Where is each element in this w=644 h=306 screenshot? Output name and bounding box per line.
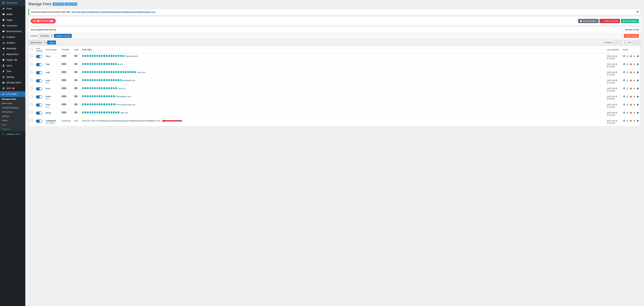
col-type[interactable]: Type — [73, 46, 80, 53]
video-tutorials-button[interactable]: Video Tutorials — [600, 19, 620, 23]
download-icon[interactable] — [633, 112, 636, 114]
import-feed-button[interactable]: Import Feed — [64, 3, 77, 6]
next-page-button[interactable]: › — [632, 41, 636, 44]
feed-name-link[interactable]: myfbfeed1 — [46, 120, 56, 122]
feed-url-suffix[interactable]: st-inventory-ads.xml — [117, 103, 135, 106]
feed-url-suffix[interactable]: fbfeednew1.xml — [116, 95, 131, 98]
new-feed-button[interactable]: New Feed — [52, 3, 64, 6]
copy-icon[interactable] — [636, 63, 639, 66]
apply-button[interactable]: Apply — [47, 41, 56, 45]
sidebar-item-comments[interactable]: Comments — [0, 23, 25, 29]
get-support-button[interactable]: Get Support — [621, 19, 639, 23]
view-icon[interactable] — [623, 71, 625, 74]
feed-name-link[interactable]: goog — [46, 112, 51, 114]
delete-icon[interactable] — [630, 79, 632, 82]
download-icon[interactable] — [633, 79, 636, 82]
bulk-actions-select[interactable]: Bulk Actions — [28, 41, 46, 45]
notice-dismiss-icon[interactable] — [636, 11, 639, 14]
feed-name-link[interactable]: cust — [46, 79, 50, 82]
view-icon[interactable] — [623, 87, 625, 90]
delete-icon[interactable] — [630, 112, 632, 114]
row-checkbox[interactable] — [30, 103, 33, 106]
collapse-menu[interactable]: Collapse menu — [0, 131, 25, 137]
view-icon[interactable] — [623, 55, 625, 58]
documentation-button[interactable]: Documentation — [578, 19, 598, 23]
view-icon[interactable] — [623, 112, 625, 114]
submenu-status[interactable]: Status — [0, 118, 25, 123]
sidebar-item-wpmailsmtp[interactable]: WP Mail SMTP — [0, 80, 25, 86]
submenu-make-feed[interactable]: Make Feed — [0, 101, 25, 106]
feed-url-suffix[interactable]: Facebook.xml — [125, 55, 138, 57]
view-icon[interactable] — [623, 120, 625, 122]
sidebar-item-products[interactable]: Products — [0, 34, 25, 40]
copy-icon[interactable] — [636, 55, 639, 58]
sidebar-item-settings[interactable]: Settings — [0, 74, 25, 80]
notice-feed-url-link[interactable]: http://157.230.43.163/free/wp-content/up… — [72, 11, 155, 13]
row-checkbox[interactable] — [30, 55, 33, 58]
row-checkbox[interactable] — [30, 87, 33, 90]
feed-url-suffix[interactable]: stom.xml — [137, 71, 145, 74]
sidebar-item-plugins[interactable]: Plugins 4 — [0, 57, 25, 63]
copy-icon[interactable] — [636, 120, 639, 122]
row-checkbox[interactable] — [30, 79, 33, 82]
sidebar-item-appearance[interactable]: Appearance — [0, 51, 25, 57]
download-icon[interactable] — [633, 103, 636, 106]
delete-icon[interactable] — [630, 103, 632, 106]
submenu-manage-feeds[interactable]: Manage Feeds — [0, 97, 25, 101]
regenerate-icon[interactable] — [626, 87, 629, 90]
download-icon[interactable] — [633, 63, 636, 66]
sidebar-item-pages[interactable]: Pages — [0, 17, 25, 23]
sidebar-item-analytics[interactable]: Analytics — [0, 40, 25, 46]
sidebar-item-media[interactable]: Media — [0, 12, 25, 17]
view-icon[interactable] — [623, 63, 625, 66]
copy-icon[interactable] — [636, 95, 639, 98]
copy-icon[interactable] — [636, 71, 639, 74]
sidebar-item-marketing[interactable]: Marketing — [0, 46, 25, 51]
col-action[interactable]: Action — [621, 46, 641, 53]
sidebar-item-users[interactable]: Users — [0, 63, 25, 68]
regenerate-icon[interactable] — [626, 55, 629, 58]
delete-icon[interactable] — [630, 120, 632, 122]
delete-icon[interactable] — [630, 71, 632, 74]
download-icon[interactable] — [633, 55, 636, 58]
regenerate-icon[interactable] — [626, 95, 629, 98]
sidebar-item-tools[interactable]: Tools — [0, 68, 25, 74]
feed-name-link[interactable]: FbFe — [46, 95, 51, 98]
row-checkbox[interactable] — [30, 63, 33, 66]
feed-name-link[interactable]: fb te — [46, 87, 50, 90]
auto-update-toggle[interactable] — [36, 103, 42, 107]
submenu-wp-options[interactable]: WP Options — [0, 110, 25, 114]
update-interval-button[interactable]: Update Interval — [54, 34, 72, 38]
row-checkbox[interactable] — [30, 112, 33, 114]
feed-url-suffix[interactable]: ogle.xml — [120, 112, 128, 114]
regenerate-icon[interactable] — [626, 71, 629, 74]
prev-page-button[interactable]: ‹ — [618, 41, 621, 44]
feed-name-link[interactable]: Face — [46, 55, 50, 57]
auto-update-toggle[interactable] — [36, 120, 42, 123]
view-icon[interactable] — [623, 103, 625, 106]
submenu-docs[interactable]: Docs — [0, 123, 25, 127]
col-last-updated[interactable]: Last Updated — [605, 46, 621, 53]
submenu-category-mapping[interactable]: Category Mapping — [0, 106, 25, 110]
sidebar-item-dashboard[interactable]: Dashboard — [0, 0, 25, 6]
auto-update-toggle[interactable] — [36, 95, 42, 99]
row-checkbox[interactable] — [30, 71, 33, 74]
auto-update-toggle[interactable] — [36, 112, 42, 115]
auto-update-toggle[interactable] — [36, 79, 42, 82]
download-icon[interactable] — [633, 71, 636, 74]
regenerate-icon[interactable] — [626, 112, 629, 114]
auto-update-toggle[interactable] — [36, 71, 42, 74]
sidebar-item-woocommerce[interactable]: WooCommerce — [0, 29, 25, 34]
feed-name-link[interactable]: Test — [46, 63, 50, 65]
last-page-button[interactable]: » — [637, 41, 641, 44]
feed-name-link[interactable]: cust — [46, 71, 50, 74]
download-icon[interactable] — [633, 95, 636, 98]
submenu-premium[interactable]: Premium — [0, 127, 25, 131]
auto-update-toggle[interactable] — [36, 87, 42, 90]
regenerate-icon[interactable] — [626, 79, 629, 82]
delete-icon[interactable] — [630, 55, 632, 58]
feed-name-link[interactable]: First — [46, 103, 50, 106]
page-input[interactable] — [622, 41, 627, 44]
col-feed-name[interactable]: Feed Name — [44, 46, 60, 53]
feed-url-suffix[interactable]: -test.csv — [118, 87, 126, 90]
